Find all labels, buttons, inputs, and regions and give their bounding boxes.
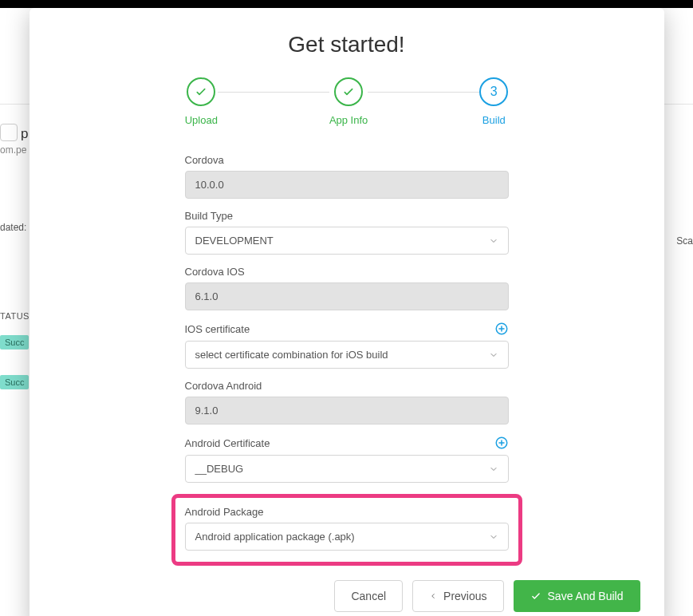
step-app-info[interactable]: App Info — [329, 77, 368, 126]
step-build[interactable]: 3 Build — [479, 77, 508, 126]
previous-label: Previous — [443, 590, 486, 602]
cordova-ios-group: Cordova IOS 6.1.0 — [185, 266, 509, 310]
build-type-label: Build Type — [185, 210, 233, 222]
cordova-android-field: 9.1.0 — [185, 397, 509, 424]
cordova-ios-label: Cordova IOS — [185, 266, 245, 278]
step-circle-build: 3 — [479, 77, 508, 106]
step-circle-upload — [187, 77, 215, 106]
chevron-down-icon — [489, 464, 498, 474]
ios-cert-group: IOS certificate select certificate combi… — [185, 322, 509, 369]
build-type-value: DEVELOPMENT — [195, 235, 274, 247]
previous-button[interactable]: Previous — [412, 580, 503, 612]
cancel-label: Cancel — [351, 590, 386, 602]
chevron-left-icon — [429, 592, 437, 600]
save-build-label: Save And Build — [548, 590, 624, 602]
cordova-label: Cordova — [185, 154, 224, 166]
modal-overlay: Get started! Upload App Info 3 Build — [0, 0, 693, 616]
android-package-select[interactable]: Android application package (.apk) — [185, 523, 509, 551]
cordova-android-group: Cordova Android 9.1.0 — [185, 380, 509, 424]
check-icon — [195, 85, 207, 98]
ios-cert-label: IOS certificate — [185, 323, 250, 335]
android-package-group: Android Package Android application pack… — [185, 506, 509, 551]
chevron-down-icon — [489, 236, 498, 246]
chevron-down-icon — [489, 350, 498, 360]
android-cert-select[interactable]: __DEBUG — [185, 455, 509, 483]
ios-cert-value: select certificate combination for iOS b… — [195, 349, 388, 361]
android-cert-group: Android Certificate __DEBUG — [185, 436, 509, 483]
step-connector — [218, 92, 329, 93]
step-label-upload: Upload — [185, 114, 218, 126]
add-ios-cert-icon[interactable] — [494, 322, 509, 336]
build-type-select[interactable]: DEVELOPMENT — [185, 227, 509, 255]
get-started-modal: Get started! Upload App Info 3 Build — [30, 8, 664, 616]
stepper: Upload App Info 3 Build — [30, 77, 664, 126]
android-package-highlight: Android Package Android application pack… — [171, 494, 522, 566]
android-package-value: Android application package (.apk) — [195, 531, 355, 543]
cordova-ios-field: 6.1.0 — [185, 282, 509, 310]
ios-cert-select[interactable]: select certificate combination for iOS b… — [185, 341, 509, 369]
step-label-app-info: App Info — [329, 114, 368, 126]
step-circle-app-info — [334, 77, 363, 106]
step-label-build: Build — [482, 114, 506, 126]
android-cert-value: __DEBUG — [195, 463, 244, 475]
add-android-cert-icon[interactable] — [494, 436, 509, 450]
modal-footer: Cancel Previous Save And Build — [30, 580, 664, 612]
android-cert-label: Android Certificate — [185, 437, 270, 449]
save-and-build-button[interactable]: Save And Build — [514, 580, 640, 612]
modal-title: Get started! — [30, 32, 664, 57]
cancel-button[interactable]: Cancel — [334, 580, 403, 612]
form-area: Cordova 10.0.0 Build Type DEVELOPMENT Co… — [30, 154, 664, 483]
step-connector — [368, 92, 479, 93]
chevron-down-icon — [489, 532, 498, 542]
check-icon — [530, 590, 541, 602]
cordova-field: 10.0.0 — [185, 171, 509, 199]
android-package-label: Android Package — [185, 506, 264, 518]
cordova-android-label: Cordova Android — [185, 380, 262, 392]
step-upload[interactable]: Upload — [185, 77, 218, 126]
build-type-group: Build Type DEVELOPMENT — [185, 210, 509, 255]
cordova-group: Cordova 10.0.0 — [185, 154, 509, 199]
check-icon — [342, 85, 355, 98]
